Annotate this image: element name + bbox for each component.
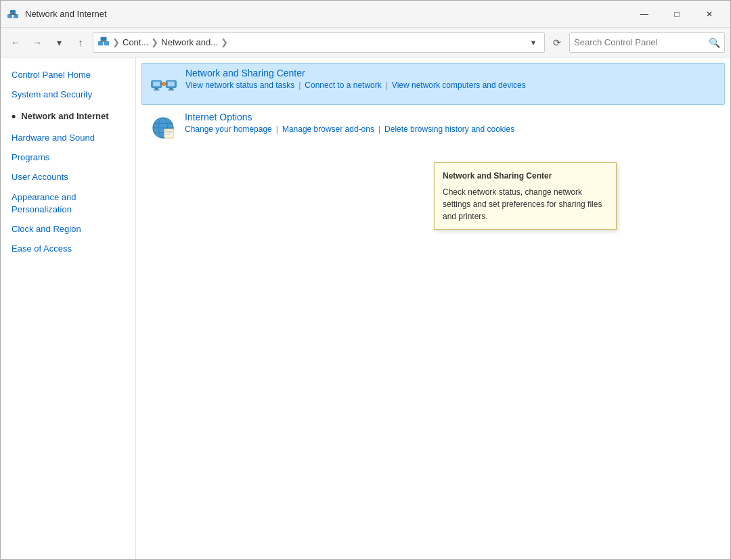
main-area: Control Panel Home System and Security N…: [1, 57, 730, 559]
main-window: Network and Internet — □ ✕ ← → ▾ ↑ ❯: [0, 0, 731, 560]
content-area: Network and Sharing Center View network …: [136, 57, 730, 559]
internet-options-tasks: Change your homepage | Manage browser ad…: [185, 124, 719, 134]
sidebar-item-user-accounts[interactable]: User Accounts: [1, 168, 135, 187]
category-network-sharing: Network and Sharing Center View network …: [141, 63, 725, 105]
up-button[interactable]: ↑: [71, 33, 90, 52]
svg-rect-7: [101, 37, 107, 41]
internet-options-content: Internet Options Change your homepage | …: [185, 112, 719, 134]
sidebar-item-network-and-internet[interactable]: Network and Internet: [1, 105, 135, 129]
back-button[interactable]: ←: [6, 33, 25, 52]
connect-network-link[interactable]: Connect to a network: [305, 80, 381, 90]
delete-history-link[interactable]: Delete browsing history and cookies: [384, 124, 514, 134]
address-path: ❯ Cont... ❯ Network and... ❯: [112, 37, 524, 47]
address-field[interactable]: ❯ Cont... ❯ Network and... ❯ ▼: [93, 32, 545, 53]
sidebar-item-programs[interactable]: Programs: [1, 148, 135, 168]
svg-rect-0: [7, 14, 12, 18]
svg-point-19: [162, 83, 166, 86]
manage-addons-link[interactable]: Manage browser add-ons: [282, 124, 374, 134]
svg-rect-25: [164, 129, 173, 138]
view-status-link[interactable]: View network status and tasks: [185, 80, 294, 90]
sidebar-item-clock-and-region[interactable]: Clock and Region: [1, 220, 135, 239]
category-row-network-sharing: Network and Sharing Center View network …: [141, 63, 725, 105]
tooltip-title: Network and Sharing Center: [443, 170, 608, 182]
svg-rect-1: [14, 14, 18, 18]
address-dropdown-button[interactable]: ▼: [527, 36, 540, 49]
network-sharing-content: Network and Sharing Center View network …: [185, 68, 719, 90]
window-icon: [6, 7, 20, 21]
window-title: Network and Internet: [25, 9, 629, 19]
search-box[interactable]: 🔍: [569, 32, 725, 53]
svg-rect-13: [154, 89, 159, 90]
internet-options-icon: [147, 112, 179, 144]
address-bar: ← → ▾ ↑ ❯ Cont... ❯ Network and... ❯: [1, 28, 730, 57]
category-row-internet-options: Internet Options Change your homepage | …: [141, 108, 725, 148]
window-controls: — □ ✕: [629, 4, 725, 24]
title-bar: Network and Internet — □ ✕: [1, 1, 730, 28]
sidebar: Control Panel Home System and Security N…: [1, 57, 136, 559]
svg-rect-12: [155, 88, 158, 90]
svg-rect-6: [104, 41, 109, 45]
address-icon: [97, 35, 110, 49]
breadcrumb-network[interactable]: Network and...: [161, 37, 218, 47]
close-button[interactable]: ✕: [694, 4, 725, 24]
sidebar-item-appearance-and-personalization[interactable]: Appearance and Personalization: [1, 187, 135, 220]
search-input[interactable]: [574, 37, 705, 47]
search-icon[interactable]: 🔍: [709, 37, 720, 48]
maximize-button[interactable]: □: [661, 4, 692, 24]
svg-rect-5: [98, 41, 103, 45]
minimize-button[interactable]: —: [629, 4, 660, 24]
svg-rect-15: [168, 82, 175, 87]
network-sharing-center-link[interactable]: Network and Sharing Center: [185, 68, 305, 78]
sidebar-item-control-panel-home[interactable]: Control Panel Home: [1, 66, 135, 85]
tooltip: Network and Sharing Center Check network…: [434, 162, 617, 230]
recent-button[interactable]: ▾: [49, 33, 68, 52]
network-sharing-tasks: View network status and tasks | Connect …: [185, 80, 719, 90]
network-sharing-icon: [148, 68, 180, 100]
svg-rect-17: [169, 89, 174, 90]
sidebar-item-ease-of-access[interactable]: Ease of Access: [1, 239, 135, 259]
tooltip-description: Check network status, change network set…: [443, 186, 608, 223]
breadcrumb-control-panel[interactable]: Cont...: [123, 37, 148, 47]
sidebar-item-hardware-and-sound[interactable]: Hardware and Sound: [1, 129, 135, 148]
change-homepage-link[interactable]: Change your homepage: [185, 124, 272, 134]
forward-button[interactable]: →: [28, 33, 47, 52]
sidebar-item-system-and-security[interactable]: System and Security: [1, 85, 135, 105]
category-internet-options: Internet Options Change your homepage | …: [141, 108, 725, 148]
internet-options-link[interactable]: Internet Options: [185, 112, 252, 122]
svg-rect-2: [10, 10, 16, 14]
svg-rect-11: [153, 82, 160, 87]
refresh-button[interactable]: ⟳: [548, 33, 567, 52]
svg-rect-16: [169, 88, 173, 90]
view-computers-link[interactable]: View network computers and devices: [392, 80, 526, 90]
